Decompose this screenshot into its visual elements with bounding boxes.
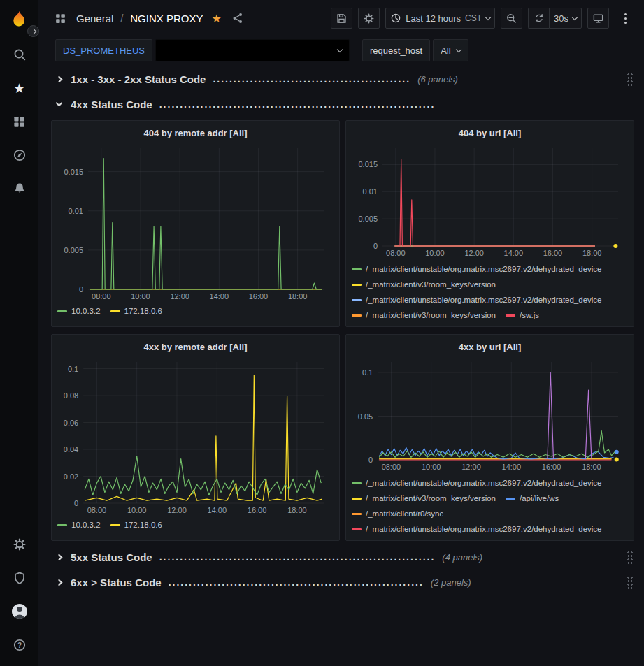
breadcrumb-folder[interactable]: General [76,13,113,24]
chart-4xx-by-uri[interactable]: 08:0010:0012:0014:0016:0018:0000.050.1 [352,356,628,472]
tv-mode-button[interactable] [587,8,609,29]
row-4xx[interactable]: 4xx Status Code ........................… [51,95,634,113]
legend-item[interactable]: /_matrix/client/v3/room_keys/version [352,491,496,506]
chart-4xx-by-remote-addr[interactable]: 08:0010:0012:0014:0016:0018:0000.020.040… [57,356,334,516]
panel-title[interactable]: 404 by remote addr [All] [57,125,334,143]
legend-item[interactable]: /api/live/ws [506,491,559,506]
legend-item[interactable]: /_matrix/client/unstable/org.matrix.msc2… [352,475,602,491]
legend-series-label: /_matrix/client/v3/room_keys/version [366,311,496,319]
zoom-out-time-button[interactable] [501,8,522,29]
legend-item[interactable]: 172.18.0.6 [110,517,162,533]
svg-text:08:00: 08:00 [386,249,406,257]
favorite-star-icon[interactable]: ★ [211,12,221,25]
svg-text:12:00: 12:00 [461,463,481,471]
chart-legend: 10.0.3.2172.18.0.6 [57,517,334,534]
kebab-menu-icon[interactable] [615,8,636,29]
sidebar-item-configuration[interactable] [0,528,38,561]
refresh-interval-dropdown[interactable]: 30s [549,8,582,29]
row-panel-count: (6 panels) [417,74,458,85]
sidebar-expand-button[interactable] [27,25,39,37]
svg-text:16:00: 16:00 [542,463,561,471]
chart-404-by-remote-addr[interactable]: 08:0010:0012:0014:0016:0018:0000.0050.01… [57,143,334,302]
legend-series-color [352,498,362,500]
dashboard-settings-button[interactable] [358,8,380,29]
svg-text:14:00: 14:00 [210,292,229,301]
panel-404-by-uri: 404 by uri [All] 08:0010:0012:0014:0016:… [345,120,634,327]
panel-title[interactable]: 4xx by remote addr [All] [57,339,334,356]
panel-title[interactable]: 4xx by uri [All] [352,339,628,356]
sidebar-item-explore[interactable] [0,138,38,172]
legend-item[interactable]: /_matrix/client/r0/sync [352,506,443,521]
sidebar: ★ [0,0,38,666]
svg-text:0.05: 0.05 [358,412,373,421]
svg-text:?: ? [17,642,21,649]
legend-item[interactable]: /_matrix/client/unstable/org.matrix.msc2… [352,521,602,536]
svg-text:14:00: 14:00 [502,463,522,471]
svg-text:10:00: 10:00 [422,463,441,471]
dashboard-header: General / NGINX PROXY ★ [38,0,644,36]
datasource-variable: DS_PROMETHEUS [55,39,350,61]
legend-item[interactable]: /_matrix/client/v3/room_keys/version [352,277,496,292]
svg-text:0: 0 [74,499,78,507]
sidebar-item-profile[interactable] [0,595,38,628]
svg-text:0.005: 0.005 [358,215,378,223]
chart-legend: /_matrix/client/unstable/org.matrix.msc2… [352,261,628,322]
chevron-down-icon [485,14,491,20]
legend-series-label: /api/live/ws [520,494,559,502]
svg-text:0.1: 0.1 [362,368,373,377]
svg-text:18:00: 18:00 [288,292,308,301]
row-drag-handle-icon[interactable] [627,576,634,589]
svg-text:12:00: 12:00 [464,249,484,257]
panel-404-by-remote-addr: 404 by remote addr [All] 08:0010:0012:00… [51,120,340,327]
legend-series-label: /_matrix/client/unstable/org.matrix.msc2… [366,265,602,273]
svg-text:10:00: 10:00 [425,249,445,257]
legend-item[interactable]: 10.0.3.2 [57,303,101,319]
panel-title[interactable]: 404 by uri [All] [352,125,628,143]
svg-text:0.015: 0.015 [358,160,378,168]
apps-grid-icon[interactable] [50,8,71,29]
svg-text:18:00: 18:00 [582,463,601,471]
row-6xx[interactable]: 6xx > Status Code ......................… [51,573,634,591]
row-dots: ........................................… [159,99,436,110]
clock-icon [390,13,401,24]
legend-item[interactable]: 10.0.3.2 [57,517,101,533]
row-5xx[interactable]: 5xx Status Code ........................… [51,548,634,566]
svg-text:18:00: 18:00 [582,249,602,257]
gear-icon [13,537,27,551]
legend-item[interactable]: /sw.js [506,307,539,322]
toolbar: Last 12 hours CST [331,8,636,29]
legend-series-label: /_matrix/client/v3/room_keys/version [366,494,496,502]
legend-series-label: 10.0.3.2 [71,521,101,529]
chevron-right-icon [54,580,64,585]
sidebar-item-starred[interactable]: ★ [0,71,38,105]
datasource-variable-select[interactable] [155,39,350,61]
share-icon[interactable] [227,8,248,29]
grafana-flame-icon [10,10,29,29]
svg-text:14:00: 14:00 [208,506,227,514]
chart-404-by-uri[interactable]: 08:0010:0012:0014:0016:0018:0000.0050.01… [352,143,628,259]
svg-text:12:00: 12:00 [167,506,187,514]
row-1xx-3xx-2xx[interactable]: 1xx - 3xx - 2xx Status Code ............… [51,70,634,88]
sidebar-item-search[interactable] [0,38,38,71]
svg-text:16:00: 16:00 [249,292,269,301]
refresh-button[interactable] [528,8,549,29]
svg-text:10:00: 10:00 [131,292,150,301]
svg-text:10:00: 10:00 [127,506,147,514]
legend-item[interactable]: 172.18.0.6 [110,303,162,319]
time-range-picker[interactable]: Last 12 hours CST [385,8,495,29]
user-avatar [10,602,29,621]
sidebar-item-server-admin[interactable] [0,561,38,595]
chevron-down-icon [572,14,578,20]
save-dashboard-button[interactable] [331,8,352,29]
sidebar-item-help[interactable]: ? [0,628,38,662]
svg-text:0.02: 0.02 [64,472,78,481]
row-drag-handle-icon[interactable] [627,551,634,564]
svg-text:0.06: 0.06 [64,419,78,427]
request-host-variable-select[interactable]: All [433,39,468,61]
sidebar-item-alerting[interactable] [0,172,38,205]
sidebar-item-dashboards[interactable] [0,105,38,138]
row-drag-handle-icon[interactable] [627,73,634,86]
legend-item[interactable]: /_matrix/client/unstable/org.matrix.msc2… [352,261,602,277]
legend-item[interactable]: /_matrix/client/unstable/org.matrix.msc2… [352,292,602,307]
legend-item[interactable]: /_matrix/client/v3/room_keys/version [352,307,496,322]
